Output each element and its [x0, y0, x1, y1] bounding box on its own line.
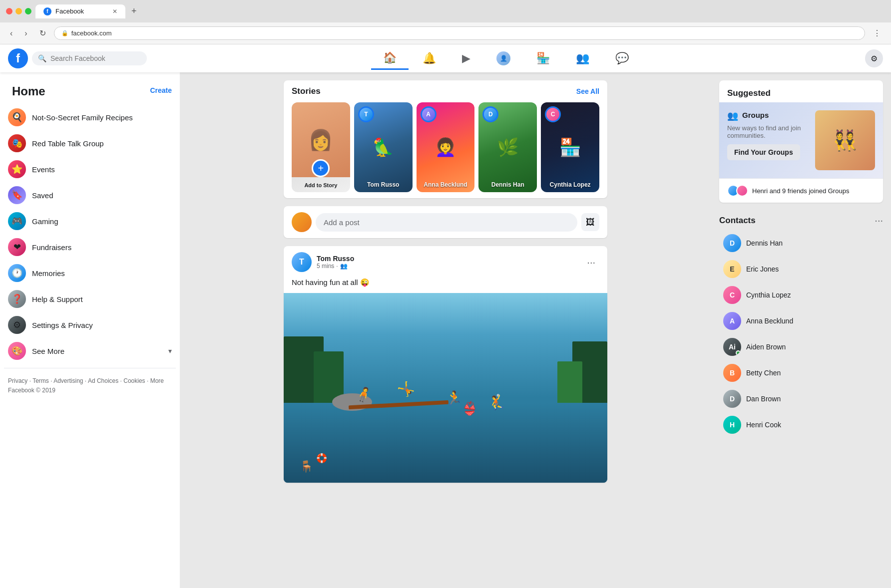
sidebar-item-memories[interactable]: 🕐 Memories [4, 260, 176, 286]
story-anna[interactable]: 👩‍🦱 A Anna Becklund [417, 102, 475, 192]
refresh-button[interactable]: ↻ [35, 26, 50, 40]
facebook-body: Home Create 🍳 Not-So-Secret Family Recip… [0, 72, 891, 588]
post-more-button[interactable]: ··· [583, 255, 599, 270]
search-bar[interactable]: 🔍 [32, 51, 147, 65]
maximize-button[interactable] [25, 8, 31, 14]
tab-close-button[interactable]: ✕ [112, 8, 117, 15]
contact-avatar-dennis: D [723, 234, 741, 252]
story-tom[interactable]: 🦜 T Tom Russo [354, 102, 413, 192]
contact-betty[interactable]: B Betty Chen [719, 360, 883, 386]
contact-henri[interactable]: H Henri Cook [719, 412, 883, 438]
main-navigation: 🏠 🔔 ▶ 👤 🏪 👥 💬 [151, 47, 861, 70]
story-add[interactable]: 👩 + Add to Story [292, 102, 350, 192]
contact-avatar-dan: D [723, 390, 741, 408]
sidebar-item-label: Saved [32, 191, 53, 200]
url-text: facebook.com [71, 29, 112, 37]
browser-tab[interactable]: f Facebook ✕ [35, 4, 125, 18]
new-tab-button[interactable]: + [129, 4, 139, 18]
address-bar[interactable]: 🔒 facebook.com [54, 26, 865, 40]
post-header: T Tom Russo 5 mins · 👥 ··· [284, 246, 607, 278]
nav-home[interactable]: 🏠 [371, 47, 409, 70]
contact-anna[interactable]: A Anna Becklund [719, 308, 883, 334]
contact-name-dennis: Dennis Han [746, 239, 783, 247]
sidebar-item-family-recipes[interactable]: 🍳 Not-So-Secret Family Recipes [4, 104, 176, 130]
minimize-button[interactable] [15, 8, 22, 14]
post-input[interactable]: Add a post [316, 213, 577, 232]
contact-name-betty: Betty Chen [746, 369, 781, 377]
browser-toolbar: ‹ › ↻ 🔒 facebook.com ⋮ [0, 22, 891, 44]
groups-promo-icon: 👥 [727, 110, 738, 121]
nav-notifications[interactable]: 🔔 [411, 48, 448, 69]
stories-title: Stories [292, 86, 321, 96]
facebook-header: f 🔍 🏠 🔔 ▶ 👤 🏪 👥 💬 [0, 44, 891, 72]
contact-dan[interactable]: D Dan Brown [719, 386, 883, 412]
contact-eric[interactable]: E Eric Jones [719, 256, 883, 282]
browser-titlebar: f Facebook ✕ + [0, 0, 891, 22]
facebook-logo[interactable]: f [8, 48, 28, 68]
contact-cynthia[interactable]: C Cynthia Lopez [719, 282, 883, 308]
ad-choices-link[interactable]: Ad Choices [88, 377, 118, 384]
nav-groups[interactable]: 👥 [564, 48, 601, 69]
advertising-link[interactable]: Advertising [53, 377, 83, 384]
nav-messenger[interactable]: 💬 [603, 48, 641, 69]
back-button[interactable]: ‹ [6, 27, 16, 40]
photo-upload-button[interactable]: 🖼 [581, 213, 599, 231]
help-icon: ❓ [8, 290, 26, 308]
profile-avatar: 👤 [496, 51, 510, 65]
sidebar-item-fundraisers[interactable]: ❤ Fundraisers [4, 234, 176, 260]
contact-avatar-betty: B [723, 364, 741, 382]
post-user-name[interactable]: Tom Russo [317, 255, 578, 263]
create-button[interactable]: Create [150, 86, 172, 94]
contact-avatar-eric: E [723, 260, 741, 278]
story-dennis-label: Dennis Han [478, 181, 537, 188]
sidebar-item-label: Settings & Privacy [32, 321, 93, 329]
joined-avatar-2 [736, 185, 748, 197]
contacts-more-button[interactable]: ··· [875, 215, 883, 226]
sidebar-item-label: See More [32, 347, 64, 355]
story-dennis[interactable]: 🌿 D Dennis Han [478, 102, 537, 192]
see-all-stories-button[interactable]: See All [576, 87, 599, 95]
nav-marketplace[interactable]: 🏪 [524, 48, 562, 69]
forward-button[interactable]: › [20, 27, 31, 40]
nav-profile[interactable]: 👤 [484, 47, 522, 69]
sidebar-item-saved[interactable]: 🔖 Saved [4, 182, 176, 208]
contact-dennis[interactable]: D Dennis Han [719, 230, 883, 256]
contact-avatar-cynthia: C [723, 286, 741, 304]
nav-watch[interactable]: ▶ [450, 48, 482, 69]
find-groups-button[interactable]: Find Your Groups [727, 144, 800, 160]
messenger-icon: 💬 [615, 52, 629, 65]
settings-button[interactable]: ⚙ [865, 49, 883, 67]
sidebar-header: Home Create [4, 80, 176, 104]
sidebar-item-events[interactable]: ⭐ Events [4, 156, 176, 182]
footer-links: Privacy · Terms · Advertising · Ad Choic… [8, 377, 164, 384]
browser-more-button[interactable]: ⋮ [869, 26, 885, 40]
story-cynthia[interactable]: 🏪 C Cynthia Lopez [541, 102, 599, 192]
post-time: 5 mins [317, 263, 334, 270]
sidebar-item-label: Red Table Talk Group [32, 139, 104, 148]
close-button[interactable] [6, 8, 12, 14]
sidebar-item-red-table[interactable]: 🎭 Red Table Talk Group [4, 130, 176, 156]
privacy-link[interactable]: Privacy [8, 377, 27, 384]
sidebar-item-gaming[interactable]: 🎮 Gaming [4, 208, 176, 234]
sidebar-item-see-more[interactable]: 🎨 See More ▾ [4, 338, 176, 364]
post-privacy-icon: 👥 [340, 263, 348, 270]
more-link[interactable]: More [150, 377, 164, 384]
feed-post: T Tom Russo 5 mins · 👥 ··· Not having fu… [284, 246, 607, 483]
gear-icon: ⚙ [871, 54, 878, 63]
story-cynthia-avatar: C [545, 106, 561, 122]
contact-avatar-anna: A [723, 312, 741, 330]
sidebar-item-settings[interactable]: ⚙ Settings & Privacy [4, 312, 176, 338]
contacts-header: Contacts ··· [719, 211, 883, 230]
red-table-icon: 🎭 [8, 134, 26, 152]
terms-link[interactable]: Terms [32, 377, 49, 384]
sidebar-footer: Privacy · Terms · Advertising · Ad Choic… [4, 372, 176, 399]
contacts-section: Contacts ··· D Dennis Han E Eric Jones C… [719, 211, 883, 438]
search-input[interactable] [50, 54, 130, 62]
sidebar-item-help[interactable]: ❓ Help & Support [4, 286, 176, 312]
sidebar-item-label: Events [32, 165, 55, 174]
cookies-link[interactable]: Cookies [123, 377, 145, 384]
contact-name-cynthia: Cynthia Lopez [746, 291, 791, 299]
groups-icon: 👥 [576, 52, 589, 65]
contact-aiden[interactable]: Ai Aiden Brown [719, 334, 883, 360]
post-user-info: Tom Russo 5 mins · 👥 [317, 255, 578, 270]
